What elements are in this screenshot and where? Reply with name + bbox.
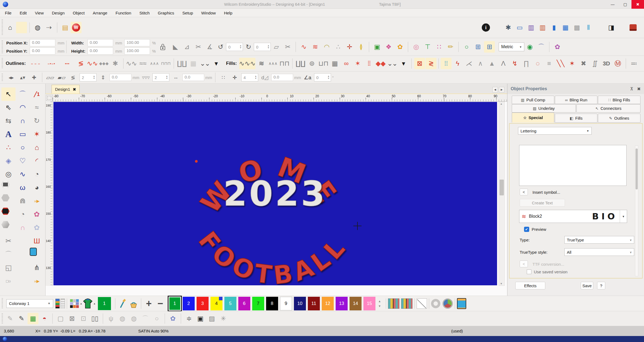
array-a-icon[interactable]: ▱▱ — [45, 72, 56, 82]
column-wave-icon[interactable]: ∐∐ — [176, 58, 187, 69]
cross-curve-icon[interactable]: ✖ — [578, 58, 589, 69]
apple-outline-icon[interactable]: ○ — [151, 313, 162, 324]
freehand-closed-tool[interactable]: ω — [16, 181, 30, 194]
lettering-middle-word[interactable]: 2023 — [223, 174, 327, 213]
sliders-icon[interactable]: ≑ — [183, 313, 194, 324]
columns-count-stepper[interactable]: 2▲▼ — [152, 73, 169, 81]
reshape-tool[interactable]: ⇖ — [1, 101, 16, 114]
paint-bucket-icon[interactable] — [128, 298, 139, 309]
open-designs-folder-icon[interactable]: ▤ — [60, 22, 71, 33]
hexagon-gray-tool[interactable] — [1, 221, 10, 228]
rotate-cw-icon[interactable]: ↻ — [243, 41, 254, 53]
remove-color-button[interactable]: − — [155, 298, 166, 309]
scatter-icon[interactable]: ∷ — [218, 72, 229, 82]
apple-a-icon[interactable]: ◍ — [117, 313, 128, 324]
swatch-4[interactable]: 4 — [210, 297, 222, 310]
column-fill-icon[interactable]: ⊓⊓ — [279, 58, 290, 69]
tshirt-product-icon[interactable]: ⊤ — [422, 41, 433, 53]
dense-lines-icon[interactable]: ▦ — [188, 58, 199, 69]
back-stitch-icon[interactable]: ≈≈ — [137, 58, 148, 69]
panel-scrollbar-thumb[interactable] — [636, 149, 638, 189]
flower-motif-icon[interactable]: ✿ — [395, 41, 405, 53]
donut-icon[interactable]: ◎ — [411, 41, 422, 53]
home-icon[interactable]: ⌂ — [5, 22, 16, 33]
height-field[interactable]: 0.00 — [88, 47, 113, 55]
color-ring-icon[interactable] — [431, 299, 440, 308]
vertical-scrollbar-thumb[interactable] — [499, 180, 504, 195]
triple-run-icon[interactable]: ≋ — [310, 41, 321, 53]
rainbow-curve-tool[interactable]: ◜ — [30, 154, 44, 168]
swatch-11[interactable]: 11 — [308, 297, 320, 310]
fabric-background[interactable]: WOMEN’S 2023 FOOTBALL — [53, 102, 497, 285]
fish-motif-icon[interactable]: ≬ — [356, 41, 366, 53]
coral-stitch-icon[interactable]: ✳ — [218, 313, 229, 324]
flexi-split-icon[interactable]: ≷ — [426, 58, 437, 69]
spiral-fill-icon[interactable]: ⊚ — [306, 58, 317, 69]
duplicate-icon[interactable]: ▱ — [271, 41, 282, 53]
minimize-button[interactable]: — — [606, 0, 619, 9]
wilcom-w-icon[interactable]: W — [71, 22, 82, 33]
swatch-8[interactable]: 8 — [266, 297, 278, 310]
feather-c-icon[interactable]: Λ — [498, 58, 509, 69]
fan-stitch-icon[interactable]: ⋌ — [464, 58, 474, 69]
type-select[interactable]: TrueType ∨ — [564, 236, 634, 244]
tab-close-icon[interactable]: ✖ — [73, 87, 76, 92]
swatch-7[interactable]: 7 — [252, 297, 264, 310]
preview-checkbox[interactable]: ✔ — [524, 227, 529, 232]
product-tshirt-icon[interactable] — [82, 298, 93, 309]
hoop-select-icon[interactable]: ▢ — [55, 313, 66, 324]
lettering-tool[interactable]: A — [1, 128, 16, 141]
pencil-dim-icon[interactable]: ✎ — [5, 313, 16, 324]
ring-star-icon[interactable]: ✶ — [352, 58, 363, 69]
ttf-conversion-back-button[interactable]: < — [520, 261, 528, 267]
column-spacing-field[interactable]: 0.0 — [182, 74, 204, 81]
color-columns-icon[interactable]: ▥ — [537, 22, 548, 33]
stagger-icon[interactable]: ▿▿▿ — [140, 72, 151, 82]
motif-stitch-icon[interactable]: ∴ — [333, 41, 344, 53]
swap-colors-tool[interactable]: ⇆ — [1, 114, 16, 128]
distance-field[interactable]: 0.0 — [271, 74, 293, 81]
double-curve-tool[interactable]: ≈ — [30, 101, 44, 114]
scroll-down-icon[interactable]: ▼ — [500, 282, 502, 285]
freehand-open-tool[interactable]: ∿ — [16, 168, 30, 181]
tab-bling-fills[interactable]: ∷ Bling Fills — [598, 96, 640, 104]
hexagon-red-tool[interactable] — [1, 208, 10, 215]
menu-item[interactable]: Object — [73, 11, 85, 15]
trim-lines-icon[interactable]: ≕ — [628, 58, 639, 69]
reshape-icon[interactable]: ◣ — [170, 41, 181, 53]
width-percent-field[interactable]: 100.00 — [124, 39, 150, 46]
cut-icon[interactable]: ✂ — [193, 41, 204, 53]
palette-scroll-down-icon[interactable]: ▼ — [378, 304, 381, 308]
colorway-select[interactable]: Colorway 1 ▼ — [6, 299, 53, 308]
flyout-arrow-icon[interactable]: ▲ — [93, 302, 96, 305]
bridge-tool[interactable]: ⋒ — [16, 194, 30, 208]
apple-b-icon[interactable]: ◍ — [128, 313, 139, 324]
pin-icon[interactable]: ⊼ — [630, 86, 633, 92]
mirror-h-icon[interactable]: ◂▸ — [6, 72, 17, 82]
jagged-stitch-icon[interactable]: ↯ — [509, 58, 520, 69]
pencil-star-icon[interactable]: ✎ — [16, 313, 27, 324]
swatch-1[interactable]: 1 — [169, 297, 181, 310]
palette-scroll-up-icon[interactable]: ▲ — [378, 299, 381, 303]
menu-item[interactable]: Stitch — [139, 11, 150, 15]
stripe-fill-icon[interactable]: ⦙⦙ — [364, 58, 375, 69]
flower-fill-tool[interactable]: ✿ — [30, 208, 44, 221]
contour-fill-icon[interactable]: ∐∐ — [295, 58, 306, 69]
palette-grid-icon[interactable] — [69, 298, 80, 309]
fork-spacing-tool[interactable]: ⋔ — [30, 261, 44, 274]
screen-design-icon[interactable]: ▭ — [514, 22, 525, 33]
lines-effect-icon[interactable]: ≡ — [544, 58, 555, 69]
menu-item[interactable]: Setup — [182, 11, 193, 15]
open-curve-tool[interactable]: ⌒ — [16, 87, 30, 101]
rotate-ccw-icon[interactable]: ↺ — [215, 41, 226, 53]
rectangle-tool[interactable]: ▭ — [16, 128, 30, 141]
design-canvas[interactable]: WOMEN’S 2023 FOOTBALL — [53, 102, 498, 286]
wheel-effect-icon[interactable]: ✶ — [567, 58, 577, 69]
scatter-add-icon[interactable]: ✛ — [229, 72, 240, 82]
distance-icon[interactable]: d◿ — [259, 72, 270, 82]
leaf-stitch-icon[interactable]: ◠ — [321, 41, 332, 53]
scallop-tool[interactable]: ∩ — [16, 221, 30, 234]
angle-stepper[interactable]: 0▲▼ — [314, 73, 331, 81]
hoop-wand-icon[interactable]: ◉ — [524, 41, 535, 53]
menu-item[interactable]: Edit — [20, 11, 27, 15]
